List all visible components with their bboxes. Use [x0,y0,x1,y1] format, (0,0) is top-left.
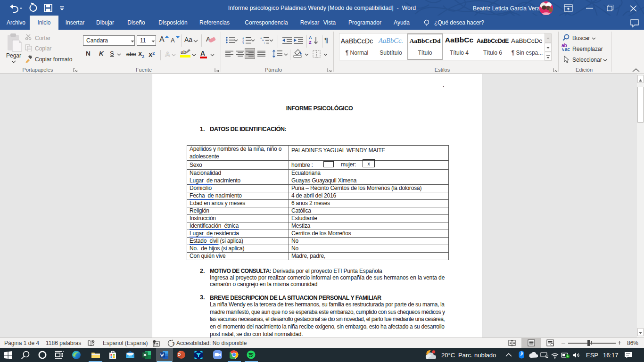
svg-text:?: ? [172,341,175,346]
svg-text:3: 3 [242,42,244,44]
svg-text:1: 1 [260,36,262,39]
svg-text:i: i [264,41,264,44]
